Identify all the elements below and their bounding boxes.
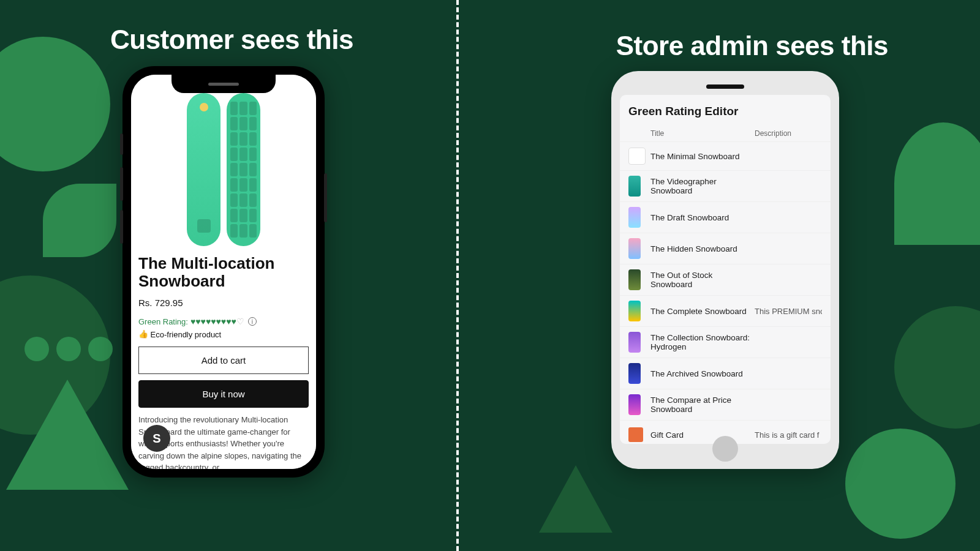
product-thumbnail	[628, 301, 641, 321]
product-thumbnail	[628, 269, 641, 290]
phone-speaker	[706, 84, 744, 89]
product-thumbnail	[628, 394, 641, 415]
table-header: Title Description	[620, 126, 831, 141]
admin-phone-frame: Green Rating Editor Title Description Th…	[611, 71, 839, 469]
heart-icon: ♥	[201, 317, 206, 326]
heart-icon: ♥	[190, 317, 195, 326]
bg-shape	[43, 184, 116, 257]
heading-admin: Store admin sees this	[616, 31, 888, 61]
bg-shape	[0, 37, 110, 171]
product-thumbnail	[628, 207, 641, 228]
bg-dots	[24, 337, 113, 361]
heart-icon: ♥	[195, 317, 200, 326]
row-title: The Hidden Snowboard	[650, 244, 755, 253]
bg-shape	[6, 380, 129, 490]
table-row[interactable]: The Videographer Snowboard	[620, 170, 831, 201]
phone-side-button	[120, 167, 123, 201]
row-title: The Videographer Snowboard	[650, 177, 755, 195]
heart-icon: ♥	[211, 317, 216, 326]
row-title: Gift Card	[650, 430, 755, 440]
product-thumbnail	[628, 332, 641, 353]
thumbs-up-icon: 👍	[138, 329, 148, 339]
customer-phone-frame: The Multi-location Snowboard Rs. 729.95 …	[123, 66, 325, 478]
green-rating-label: Green Rating:	[138, 317, 188, 326]
row-title: The Out of Stock Snowboard	[650, 271, 755, 289]
row-description: This is a gift card f	[755, 430, 822, 440]
product-image-back	[227, 93, 260, 246]
bg-shape	[539, 465, 612, 533]
customer-screen: The Multi-location Snowboard Rs. 729.95 …	[131, 75, 316, 469]
table-row[interactable]: The Complete SnowboardThis PREMIUM sno	[620, 295, 831, 326]
heart-icon: ♥	[206, 317, 211, 326]
product-image-area[interactable]	[131, 75, 316, 251]
table-row[interactable]: The Collection Snowboard: Hydrogen	[620, 326, 831, 358]
product-thumbnail	[628, 238, 641, 259]
phone-side-button	[324, 173, 327, 222]
row-title: The Draft Snowboard	[650, 213, 755, 222]
admin-screen: Green Rating Editor Title Description Th…	[620, 95, 831, 444]
table-row[interactable]: The Minimal Snowboard	[620, 141, 831, 170]
vertical-divider	[456, 0, 459, 551]
phone-side-button	[120, 210, 123, 244]
product-thumbnail	[628, 148, 646, 165]
table-row[interactable]: The Draft Snowboard	[620, 201, 831, 233]
product-thumbnail	[628, 427, 643, 442]
add-to-cart-button[interactable]: Add to cart	[138, 347, 309, 374]
product-price: Rs. 729.95	[138, 298, 309, 308]
row-title: The Collection Snowboard: Hydrogen	[650, 333, 755, 351]
table-row[interactable]: The Archived Snowboard	[620, 358, 831, 389]
product-title: The Multi-location Snowboard	[138, 255, 309, 290]
heart-icon: ♥	[231, 317, 236, 326]
row-title: The Archived Snowboard	[650, 369, 755, 378]
home-button[interactable]	[712, 436, 738, 462]
admin-page-title: Green Rating Editor	[620, 95, 831, 126]
phone-notch	[172, 75, 276, 93]
heart-icon: ♥	[221, 317, 226, 326]
bg-shape	[845, 429, 956, 539]
product-thumbnail	[628, 363, 641, 384]
phone-side-button	[120, 133, 123, 155]
column-description: Description	[755, 129, 822, 138]
bg-shape	[894, 306, 980, 429]
table-row[interactable]: The Hidden Snowboard	[620, 233, 831, 264]
product-image-front	[187, 93, 221, 246]
green-rating: Green Rating: ♥♥♥♥♥♥♥♥♥♡ i	[138, 317, 309, 326]
column-title: Title	[650, 129, 755, 138]
table-row[interactable]: The Compare at Price Snowboard	[620, 389, 831, 420]
table-row[interactable]: The Out of Stock Snowboard	[620, 264, 831, 295]
bg-shape	[894, 122, 980, 245]
eco-friendly-label: 👍 Eco-friendly product	[138, 330, 309, 339]
info-icon[interactable]: i	[248, 317, 257, 326]
shop-badge-icon[interactable]: S	[143, 425, 170, 452]
heading-customer: Customer sees this	[110, 24, 353, 55]
row-title: The Minimal Snowboard	[650, 152, 755, 161]
buy-it-now-button[interactable]: Buy it now	[138, 380, 309, 408]
heart-icon: ♥	[216, 317, 221, 326]
row-title: The Complete Snowboard	[650, 307, 755, 316]
product-thumbnail	[628, 176, 641, 197]
row-title: The Compare at Price Snowboard	[650, 395, 755, 414]
row-description: This PREMIUM sno	[755, 307, 822, 316]
heart-empty-icon: ♡	[236, 317, 244, 326]
